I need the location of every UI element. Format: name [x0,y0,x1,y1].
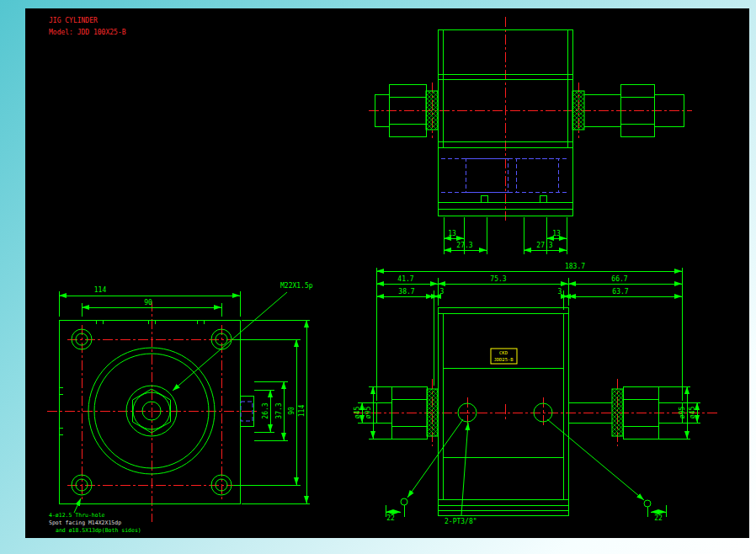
thread-callout: M22X1.5p [280,282,313,290]
dim-label-13-right: 13 [552,230,561,237]
dim-label-90-top: 90 [144,299,152,306]
dim-label-114-top: 114 [94,286,107,294]
dim-label-dia95-right: ø95 [679,407,686,419]
seal-hatch-right-side [612,389,623,436]
seal-hatch-left-side [427,389,438,436]
note-line-3: and ø18.5X13dp(Both sides) [56,527,141,534]
dim-label-dia45-left: ø45 [354,407,361,419]
desktop-background: JIG CYLINDER Model: JDD 100X25-B [0,0,756,554]
dim-label-27-3-left: 27.3 [456,242,472,249]
dim-label-38-7: 38.7 [398,288,414,296]
dim-label-90-right: 90 [288,407,295,415]
nameplate-brand: CKD [499,350,508,355]
dim-label-dia95-left: ø95 [365,407,372,419]
dim-label-37-3: 37.3 [275,402,283,418]
note-line-1: 4-ø12.5 Thru-hole [49,512,105,519]
drawing-canvas[interactable] [25,8,749,538]
dim-label-183-7: 183.7 [565,263,585,270]
dim-label-26-3: 26.3 [262,402,269,418]
dim-label-13-left: 13 [448,230,456,237]
dim-label-114-right: 114 [298,405,306,418]
drawing-model: Model: JDD 100X25-B [49,29,126,36]
port-callout: 2-PT3/8" [445,518,477,525]
dim-label-3-left: 3 [440,288,445,296]
seal-hatch-right-top [572,91,584,130]
seal-hatch-left-top [426,91,438,130]
dim-label-dia45-right: ø45 [689,407,696,419]
dim-label-22-left: 22 [386,514,395,522]
dim-label-27-3-right: 27.3 [536,242,552,249]
cad-viewport[interactable]: JIG CYLINDER Model: JDD 100X25-B [0,0,756,554]
dim-label-66-7: 66.7 [611,275,627,283]
dim-label-63-7: 63.7 [612,288,628,296]
dim-label-22-right: 22 [654,514,663,522]
dim-label-41-7: 41.7 [397,275,413,283]
drawing-title: JIG CYLINDER [49,17,98,24]
note-line-2: Spot facing M14X2X15dp [49,519,121,526]
dim-label-3-right: 3 [558,288,562,296]
dim-label-75-3: 75.3 [490,275,506,283]
nameplate-model: JDD25-B [493,357,514,362]
